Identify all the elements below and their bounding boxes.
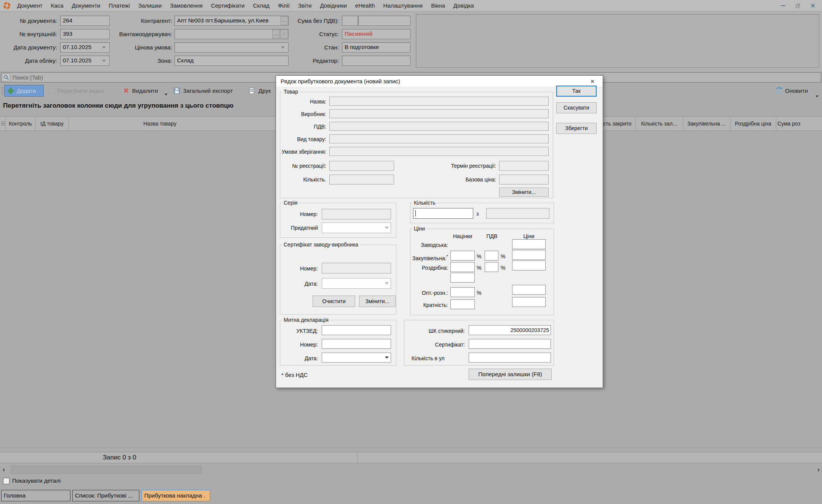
multiplicity-field[interactable] (450, 299, 475, 309)
menu-item[interactable]: Платежі (104, 2, 134, 9)
menu-item[interactable]: eHealth (351, 2, 379, 9)
customs-date-combobox[interactable] (322, 353, 391, 362)
purchase-markup-field[interactable] (450, 251, 475, 261)
column-header-retail-price[interactable]: Роздрібна ціна (731, 117, 775, 131)
column-header-sum-retail[interactable]: Сума роз (777, 117, 821, 131)
registration-number-field[interactable] (329, 161, 394, 171)
ok-button[interactable]: Так (556, 86, 597, 97)
wholesale-price-field[interactable] (512, 285, 546, 295)
export-button[interactable]: Загальний експорт (183, 85, 233, 97)
edit-row-button[interactable]: Редагувати рядок (57, 85, 104, 97)
print-button[interactable]: Друк (259, 85, 271, 97)
tab-main[interactable]: Головна (1, 490, 70, 501)
product-name-field[interactable] (329, 97, 549, 106)
chevron-down-icon[interactable] (385, 356, 389, 359)
scroll-right-arrow[interactable]: › (814, 465, 821, 475)
base-price-field[interactable] (499, 175, 549, 184)
uktzed-field[interactable] (322, 325, 391, 335)
column-header-purchase-price[interactable]: Закупівельна ... (684, 117, 729, 131)
menu-item[interactable]: Каса (47, 2, 68, 9)
save-button[interactable]: Зберегти (556, 123, 597, 134)
delete-button[interactable]: Видалити (132, 85, 158, 97)
cancel-button[interactable]: Скасувати (556, 102, 597, 113)
tab-incoming-invoice[interactable]: Прибуткова накладна . (142, 490, 210, 501)
menu-item[interactable]: Документ (13, 2, 47, 9)
menu-item[interactable]: Налаштування (379, 2, 427, 9)
menu-item[interactable]: Вікна (427, 2, 449, 9)
certificate-change-button[interactable]: Змінити... (359, 296, 396, 307)
certificate-date-combobox[interactable] (322, 278, 391, 289)
retail-price-label: Роздрібна: (408, 263, 448, 273)
multiplicity-price-field[interactable] (512, 297, 546, 307)
zone-field[interactable]: Склад (174, 56, 289, 66)
certificate-clear-button[interactable]: Очистити (313, 296, 355, 307)
chevron-down-icon[interactable] (281, 46, 285, 49)
customs-number-field[interactable] (322, 339, 391, 349)
column-header-qty-remaining[interactable]: Кількість зал... (636, 117, 682, 131)
sticker-barcode-field[interactable]: 2500000203725 (469, 325, 551, 335)
dialog-title-bar[interactable]: Рядок прибуткового документа (новий запи… (276, 76, 603, 87)
product-change-button[interactable]: Змінити... (499, 188, 549, 197)
menu-item[interactable]: Сертифікати (207, 2, 249, 9)
add-row-button[interactable]: Додати (4, 85, 44, 97)
menu-item[interactable]: Довідники (316, 2, 351, 9)
qty-in-pack-field[interactable] (469, 353, 551, 362)
sum-no-vat-field[interactable] (358, 16, 410, 26)
sum-no-vat-field-small[interactable] (342, 16, 358, 26)
column-header-control[interactable]: Контроль (6, 117, 35, 131)
sticker-certificate-field[interactable] (469, 339, 551, 349)
series-valid-combobox[interactable] (322, 223, 391, 233)
manufacturer-field[interactable] (329, 109, 549, 118)
chevron-down-icon[interactable] (102, 60, 106, 62)
menu-item[interactable]: Залишки (134, 2, 166, 9)
dialog-close-icon[interactable]: × (586, 76, 599, 86)
consignee-field[interactable] (174, 29, 289, 39)
certificate-number-field[interactable] (322, 263, 391, 273)
show-details-checkbox[interactable] (3, 478, 10, 484)
price-condition-field[interactable] (174, 42, 289, 52)
product-quantity-field[interactable] (329, 175, 394, 184)
purchase-vat-field[interactable] (485, 251, 498, 261)
refresh-button[interactable]: Оновити (785, 85, 808, 97)
internal-number-field[interactable]: 393 (60, 29, 110, 39)
menu-item[interactable]: Замовлення (166, 2, 207, 9)
registration-term-field[interactable] (499, 161, 549, 171)
chevron-down-icon[interactable] (385, 282, 389, 285)
menu-item[interactable]: Документи (67, 2, 104, 9)
factory-price-field[interactable] (512, 239, 546, 249)
retail-vat-field[interactable] (485, 262, 498, 272)
quantity-input[interactable] (413, 208, 473, 219)
tab-incoming-list[interactable]: Список: Прибуткові ... (72, 490, 139, 501)
delete-dropdown-arrow[interactable] (164, 90, 168, 97)
horizontal-scrollbar-thumb[interactable] (11, 466, 202, 474)
previous-stock-button[interactable]: Попередні залишки (F8) (469, 369, 552, 380)
toolbar-drag-handle[interactable] (1, 87, 3, 95)
purchase-price-field[interactable] (512, 250, 546, 260)
series-number-field[interactable] (322, 209, 391, 219)
column-header-product-name[interactable]: Назва товару (114, 117, 206, 131)
storage-conditions-field[interactable] (329, 147, 549, 156)
wholesale-markup-field[interactable] (450, 287, 475, 297)
minimize-button[interactable] (777, 0, 790, 11)
restore-button[interactable] (791, 0, 804, 11)
search-icon[interactable] (2, 73, 10, 81)
retail-markup-field[interactable] (450, 262, 475, 272)
column-header-qty-closed[interactable]: сть закрито (603, 117, 634, 131)
contractor-field[interactable]: Апт №003 пгт.Барышевка, ул.Киев (174, 16, 289, 26)
chevron-down-icon[interactable] (385, 227, 389, 229)
scroll-left-arrow[interactable]: ‹ (0, 465, 8, 475)
retail-price-field[interactable] (512, 261, 546, 270)
chevron-down-icon[interactable] (102, 46, 106, 49)
doc-number-field[interactable]: 264 (60, 16, 110, 26)
product-type-field[interactable] (329, 134, 549, 143)
menu-item[interactable]: Звіти (294, 2, 316, 9)
consignee-browse-button[interactable]: ... (272, 30, 280, 38)
column-header-product-id[interactable]: ІД товару (35, 117, 69, 131)
extra-markup-field[interactable] (450, 273, 475, 283)
menu-item[interactable]: Філії (274, 2, 294, 9)
menu-item[interactable]: Довідка (449, 2, 478, 9)
vat-field[interactable] (329, 122, 549, 131)
refresh-dropdown-arrow[interactable] (816, 92, 819, 99)
close-button[interactable]: × (806, 0, 819, 11)
menu-item[interactable]: Склад (249, 2, 273, 9)
